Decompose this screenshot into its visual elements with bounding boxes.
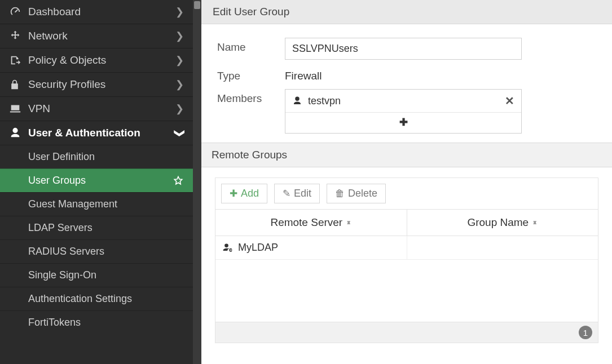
member-item[interactable]: testvpn ✕ — [285, 90, 521, 112]
sidebar-sub-label: LDAP Servers — [28, 222, 93, 234]
ldap-icon — [222, 242, 234, 254]
gauge-icon — [9, 6, 25, 18]
name-label: Name — [217, 38, 285, 54]
sidebar-item-label: Policy & Objects — [28, 54, 175, 66]
grid-footer: 1 — [215, 322, 598, 343]
cell-group-name — [407, 236, 598, 259]
edit-button-label: Edit — [294, 188, 311, 199]
sidebar-sub-guest-management[interactable]: Guest Management — [0, 192, 193, 216]
sidebar-sub-radius-servers[interactable]: RADIUS Servers — [0, 239, 193, 263]
sidebar-sub-label: Authentication Settings — [28, 293, 132, 305]
chevron-down-icon: ❯ — [174, 129, 186, 137]
sidebar-sub-user-definition[interactable]: User Definition — [0, 145, 193, 168]
chevron-right-icon: ❯ — [175, 54, 184, 66]
sidebar-item-network[interactable]: Network ❯ — [0, 24, 193, 48]
sidebar-item-policy[interactable]: Policy & Objects ❯ — [0, 48, 193, 72]
sidebar-item-label: User & Authentication — [28, 127, 175, 139]
type-value: Firewall — [285, 66, 522, 82]
sidebar-sub-label: RADIUS Servers — [28, 246, 104, 258]
grid-header: Remote Server ▲▼ Group Name ▲▼ — [215, 210, 598, 236]
chevron-right-icon: ❯ — [175, 6, 184, 18]
cell-remote-server: MyLDAP — [215, 236, 407, 259]
name-input[interactable] — [285, 38, 522, 60]
main-content: Edit User Group Name Type Firewall Membe… — [201, 0, 612, 364]
add-button[interactable]: ✚ Add — [221, 184, 267, 203]
sidebar-nav: Dashboard ❯ Network ❯ Policy & Objects ❯… — [0, 0, 193, 364]
members-label: Members — [217, 89, 285, 105]
type-label: Type — [217, 66, 285, 82]
sidebar-item-security[interactable]: Security Profiles ❯ — [0, 72, 193, 96]
chevron-right-icon: ❯ — [175, 78, 184, 91]
col-group-name[interactable]: Group Name ▲▼ — [407, 210, 598, 236]
sidebar-item-label: Dashboard — [28, 6, 175, 18]
trash-icon: 🗑 — [335, 188, 345, 199]
pencil-icon: ✎ — [283, 188, 290, 199]
sidebar-sub-label: FortiTokens — [28, 317, 81, 329]
row-count-badge: 1 — [579, 326, 592, 339]
remote-groups-toolbar: ✚ Add ✎ Edit 🗑 Delete — [215, 177, 598, 209]
sidebar-item-label: VPN — [28, 103, 175, 115]
scrollbar-thumb[interactable] — [194, 1, 200, 9]
sidebar-sub-label: Single Sign-On — [28, 269, 96, 281]
add-button-label: Add — [241, 188, 259, 199]
member-label: testvpn — [308, 95, 505, 107]
edit-button[interactable]: ✎ Edit — [274, 184, 320, 203]
plus-icon: ✚ — [230, 188, 237, 199]
star-icon[interactable] — [173, 175, 184, 187]
sidebar-sub-sso[interactable]: Single Sign-On — [0, 263, 193, 287]
remove-member-icon[interactable]: ✕ — [505, 94, 514, 108]
delete-button[interactable]: 🗑 Delete — [327, 184, 386, 203]
sidebar-sub-fortitokens[interactable]: FortiTokens — [0, 310, 193, 334]
sidebar-sub-label: User Groups — [28, 175, 86, 187]
members-box: testvpn ✕ ✚ — [285, 89, 522, 134]
add-member-button[interactable]: ✚ — [285, 112, 521, 133]
sidebar-sub-label: Guest Management — [28, 198, 117, 210]
sidebar-item-label: Network — [28, 30, 175, 42]
sidebar-sub-user-groups[interactable]: User Groups — [0, 168, 193, 192]
sidebar-item-user-auth[interactable]: User & Authentication ❯ — [0, 121, 193, 145]
sidebar-sub-ldap-servers[interactable]: LDAP Servers — [0, 216, 193, 239]
sidebar-sub-label: User Definition — [28, 151, 95, 163]
cell-value: MyLDAP — [238, 242, 278, 254]
col-remote-server[interactable]: Remote Server ▲▼ — [215, 210, 407, 236]
sidebar-scrollbar[interactable] — [193, 0, 201, 364]
chevron-right-icon: ❯ — [175, 103, 184, 115]
delete-button-label: Delete — [348, 188, 377, 199]
remote-groups-grid: Remote Server ▲▼ Group Name ▲▼ MyLDAP — [215, 209, 598, 343]
user-group-form: Name Type Firewall Members testvpn ✕ — [201, 24, 612, 134]
move-icon — [9, 30, 25, 42]
sidebar-item-label: Security Profiles — [28, 78, 175, 91]
laptop-icon — [9, 103, 25, 115]
lock-icon — [9, 79, 25, 90]
user-icon — [292, 96, 302, 106]
remote-groups-header: Remote Groups — [201, 143, 612, 167]
grid-empty-space — [215, 260, 598, 322]
chevron-right-icon: ❯ — [175, 30, 184, 42]
col-label: Group Name — [467, 216, 529, 229]
sidebar: Dashboard ❯ Network ❯ Policy & Objects ❯… — [0, 0, 201, 364]
sidebar-sub-auth-settings[interactable]: Authentication Settings — [0, 287, 193, 310]
policy-icon — [9, 54, 25, 66]
col-label: Remote Server — [270, 216, 342, 229]
user-icon — [9, 127, 25, 139]
table-row[interactable]: MyLDAP — [215, 236, 598, 260]
page-title: Edit User Group — [201, 0, 612, 24]
remote-groups-body: ✚ Add ✎ Edit 🗑 Delete Remote Server ▲▼ G… — [201, 167, 612, 359]
sidebar-item-dashboard[interactable]: Dashboard ❯ — [0, 0, 193, 24]
sidebar-item-vpn[interactable]: VPN ❯ — [0, 96, 193, 121]
